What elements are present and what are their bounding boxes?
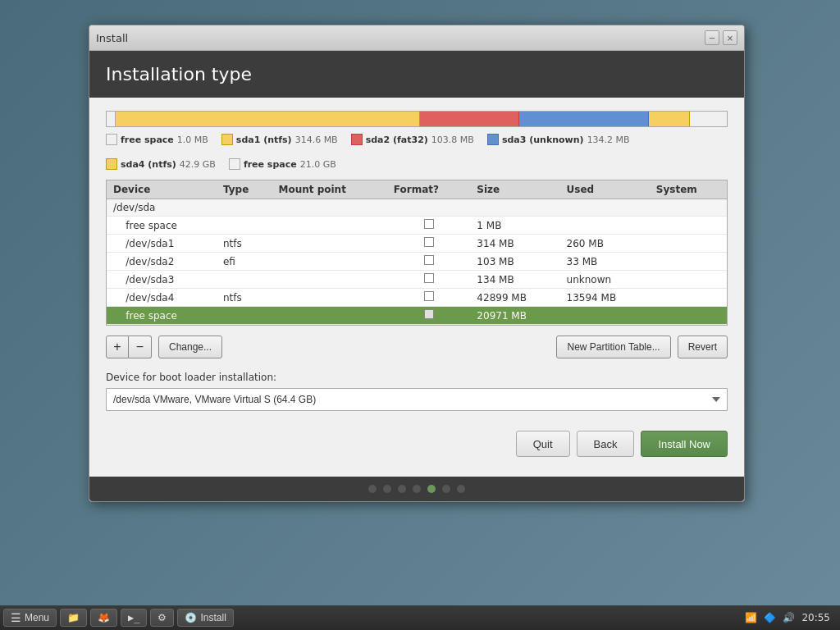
table-row[interactable]: free space 1 MB xyxy=(107,217,727,235)
row-system xyxy=(650,271,727,289)
disk-bar-container: free space 1.0 MB sda1 (ntfs) 314.6 MB s… xyxy=(106,111,728,170)
format-checkbox[interactable] xyxy=(424,219,434,229)
window-titlebar: Install − × xyxy=(89,25,744,51)
bootloader-select[interactable]: /dev/sda VMware, VMware Virtual S (64.4 … xyxy=(106,388,728,411)
browser-icon: 🦊 xyxy=(98,612,110,623)
row-device: /dev/sda4 xyxy=(107,289,217,307)
remove-partition-button[interactable]: − xyxy=(129,336,152,358)
legend-size-sda4: 42.9 GB xyxy=(180,159,216,170)
legend-size-sda3: 134.2 MB xyxy=(587,135,630,145)
progress-dot-7 xyxy=(457,485,465,493)
legend-color-sda4 xyxy=(106,158,117,170)
col-device: Device xyxy=(107,180,217,199)
files-taskbar-button[interactable]: 📁 xyxy=(60,609,87,627)
sda-header-cell: /dev/sda xyxy=(107,199,727,217)
disk-segment-sda1 xyxy=(116,112,419,126)
toolbar-left: + − xyxy=(106,336,152,358)
row-system xyxy=(650,217,727,235)
main-content: free space 1.0 MB sda1 (ntfs) 314.6 MB s… xyxy=(89,98,744,477)
install-taskbar-button[interactable]: 💿 Install xyxy=(177,609,233,627)
browser-taskbar-button[interactable]: 🦊 xyxy=(90,609,117,627)
install-label: Install xyxy=(200,612,226,623)
row-format[interactable] xyxy=(387,307,471,325)
legend-color-free2 xyxy=(229,158,240,170)
legend-label-sda4: sda4 (ntfs) xyxy=(121,159,176,170)
network-icon: 📶 xyxy=(745,612,757,623)
row-used: 33 MB xyxy=(560,253,650,271)
change-partition-button[interactable]: Change... xyxy=(158,336,222,358)
row-format[interactable] xyxy=(387,271,471,289)
col-format: Format? xyxy=(387,180,471,199)
partition-table-body: /dev/sda free space 1 MB xyxy=(107,199,727,325)
col-system: System xyxy=(650,180,727,199)
terminal-taskbar-button[interactable]: ▶_ xyxy=(121,609,147,627)
add-partition-button[interactable]: + xyxy=(106,336,129,358)
progress-dot-4 xyxy=(413,485,421,493)
row-type: efi xyxy=(217,253,272,271)
revert-button[interactable]: Revert xyxy=(678,336,728,358)
install-window: Install − × Installation type xyxy=(89,25,745,502)
table-row[interactable]: /dev/sda xyxy=(107,199,727,217)
bottom-buttons: Quit Back Install Now xyxy=(106,424,728,463)
row-mount xyxy=(272,307,386,325)
page-title: Installation type xyxy=(106,64,728,84)
row-mount xyxy=(272,253,386,271)
clock: 20:55 xyxy=(801,612,830,623)
row-type xyxy=(217,217,272,235)
terminal-icon: ▶_ xyxy=(128,612,139,623)
taskbar-left: ☰ Menu 📁 🦊 ▶_ ⚙ 💿 Install xyxy=(3,609,234,627)
close-button[interactable]: × xyxy=(723,30,737,45)
partition-table-container: Device Type Mount point Format? Size Use… xyxy=(106,180,728,326)
legend-label-free2: free space xyxy=(244,159,297,170)
col-mount: Mount point xyxy=(272,180,386,199)
row-used xyxy=(560,217,650,235)
legend-color-sda1 xyxy=(221,134,233,145)
row-device: free space xyxy=(107,307,217,325)
install-now-button[interactable]: Install Now xyxy=(641,431,728,457)
toolbar-right: New Partition Table... Revert xyxy=(556,336,728,358)
row-type xyxy=(217,271,272,289)
col-used: Used xyxy=(560,180,650,199)
format-checkbox[interactable] xyxy=(424,237,434,247)
row-used: 260 MB xyxy=(560,235,650,253)
table-row[interactable]: /dev/sda4 ntfs 42899 MB 13594 MB xyxy=(107,289,727,307)
legend-size-sda1: 314.6 MB xyxy=(295,135,338,145)
legend-label-sda1: sda1 (ntfs) xyxy=(236,135,292,145)
format-checkbox[interactable] xyxy=(424,255,434,265)
row-size: 103 MB xyxy=(470,253,559,271)
legend-free2: free space 21.0 GB xyxy=(229,158,336,170)
row-system xyxy=(650,307,727,325)
legend-label-sda2: sda2 (fat32) xyxy=(366,135,428,145)
format-checkbox[interactable] xyxy=(424,291,434,301)
format-checkbox[interactable] xyxy=(424,309,434,319)
row-used xyxy=(560,307,650,325)
settings-taskbar-button[interactable]: ⚙ xyxy=(150,609,174,627)
progress-dot-6 xyxy=(442,485,450,493)
row-type xyxy=(217,307,272,325)
table-row[interactable]: /dev/sda3 134 MB unknown xyxy=(107,271,727,289)
row-format[interactable] xyxy=(387,253,471,271)
progress-dot-2 xyxy=(383,485,391,493)
row-format[interactable] xyxy=(387,217,471,235)
page-header: Installation type xyxy=(89,51,744,98)
quit-button[interactable]: Quit xyxy=(516,431,570,457)
legend-color-free1 xyxy=(106,134,117,145)
minimize-button[interactable]: − xyxy=(705,30,719,45)
legend-sda4: sda4 (ntfs) 42.9 GB xyxy=(106,158,216,170)
table-header-row: Device Type Mount point Format? Size Use… xyxy=(107,180,727,199)
disk-bar xyxy=(106,111,728,127)
format-checkbox[interactable] xyxy=(424,273,434,283)
col-size: Size xyxy=(470,180,559,199)
back-button[interactable]: Back xyxy=(577,431,635,457)
row-format[interactable] xyxy=(387,235,471,253)
table-row[interactable]: /dev/sda1 ntfs 314 MB 260 MB xyxy=(107,235,727,253)
legend-label-free1: free space xyxy=(121,135,174,145)
new-partition-table-button[interactable]: New Partition Table... xyxy=(556,336,670,358)
menu-button[interactable]: ☰ Menu xyxy=(3,609,57,627)
row-size: 134 MB xyxy=(470,271,559,289)
col-type: Type xyxy=(217,180,272,199)
legend-label-sda3: sda3 (unknown) xyxy=(502,135,584,145)
table-row[interactable]: free space 20971 MB xyxy=(107,307,727,325)
table-row[interactable]: /dev/sda2 efi 103 MB 33 MB xyxy=(107,253,727,271)
row-format[interactable] xyxy=(387,289,471,307)
